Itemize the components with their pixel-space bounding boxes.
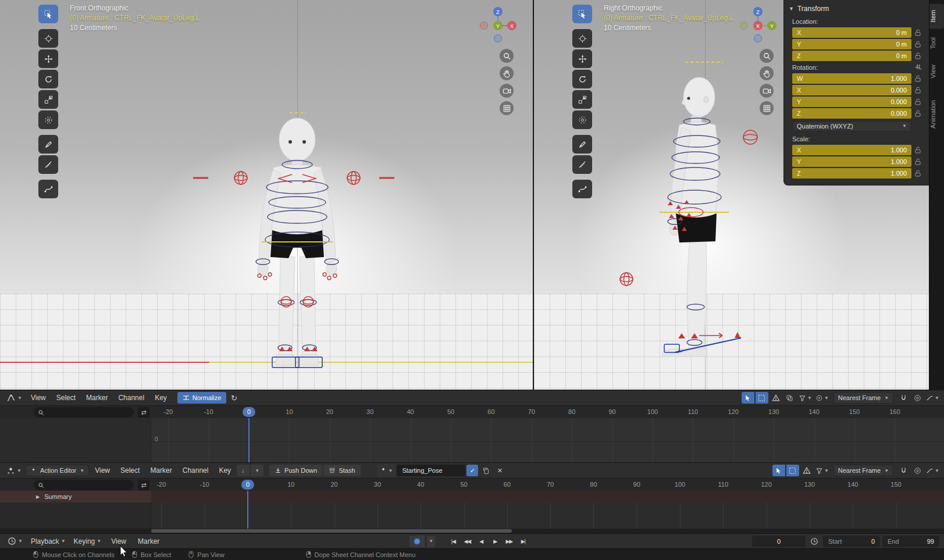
frame-range-button[interactable]: ⇄ xyxy=(138,480,149,490)
rotation-w-field[interactable]: W1.000 xyxy=(792,73,911,84)
snap-magnet-toggle[interactable] xyxy=(897,465,910,476)
filter-dropdown[interactable]: ▼ xyxy=(797,392,813,404)
lock-icon[interactable] xyxy=(911,29,924,36)
camera-icon[interactable] xyxy=(760,84,774,98)
lock-icon[interactable] xyxy=(911,158,924,165)
use-preview-range-toggle[interactable] xyxy=(808,536,821,547)
move-tool[interactable] xyxy=(572,49,592,68)
rotation-z-field[interactable]: Z0.000 xyxy=(792,108,911,119)
rotation-x-field[interactable]: X0.000 xyxy=(792,85,911,95)
menu-view[interactable]: View xyxy=(90,463,115,478)
measure-tool[interactable] xyxy=(38,155,58,174)
transform-tool[interactable] xyxy=(38,110,58,129)
jump-to-start-button[interactable]: |◀ xyxy=(447,536,459,547)
jump-to-end-button[interactable]: ▶| xyxy=(516,536,529,547)
select-box-tool[interactable] xyxy=(38,5,58,23)
curve-tool[interactable] xyxy=(38,180,58,198)
move-tool[interactable] xyxy=(38,49,58,68)
measure-tool[interactable] xyxy=(572,155,592,174)
scrollbar-thumb[interactable] xyxy=(151,529,512,533)
falloff-dropdown[interactable]: ▼ xyxy=(925,392,941,404)
channel-search[interactable] xyxy=(34,480,134,490)
pivot-dropdown[interactable]: ▼ xyxy=(814,392,830,404)
show-hidden-toggle[interactable] xyxy=(756,392,768,404)
snap-dropdown[interactable]: Nearest Frame ▼ xyxy=(833,392,893,404)
menu-key[interactable]: Key xyxy=(214,463,236,478)
dope-sheet-body[interactable]: ▶ Summary xyxy=(0,491,944,533)
menu-channel[interactable]: Channel xyxy=(113,390,149,405)
select-box-tool[interactable] xyxy=(572,5,592,23)
lock-icon[interactable] xyxy=(911,170,924,177)
grid-icon[interactable] xyxy=(500,101,514,115)
menu-select[interactable]: Select xyxy=(116,463,144,478)
transform-panel-header[interactable]: ▼ Transform xyxy=(784,2,929,16)
search-input[interactable] xyxy=(47,481,130,488)
graph-channel-list[interactable] xyxy=(0,418,151,462)
avatar-front-view[interactable] xyxy=(192,110,396,378)
menu-marker[interactable]: Marker xyxy=(81,390,112,405)
lock-icon[interactable] xyxy=(911,87,924,94)
transform-tool[interactable] xyxy=(572,110,592,129)
navigation-gizmo[interactable]: Z X Y xyxy=(479,6,516,43)
proportional-edit-toggle[interactable] xyxy=(911,465,924,476)
expand-triangle-icon[interactable]: ▶ xyxy=(36,494,40,500)
dope-canvas[interactable] xyxy=(0,502,944,529)
stash-button[interactable]: Stash xyxy=(323,465,360,476)
tab-view[interactable]: View xyxy=(929,58,944,85)
playback-menu[interactable]: Playback▼ xyxy=(28,535,69,548)
location-y-field[interactable]: Y0 m xyxy=(792,39,911,49)
zoom-icon[interactable] xyxy=(500,49,514,63)
avatar-side-view[interactable] xyxy=(604,55,772,369)
rotation-mode-dropdown[interactable]: Quaternion (WXYZ)▼ xyxy=(792,121,911,131)
rotate-tool[interactable] xyxy=(38,70,58,88)
layer-down-button[interactable]: ↓ xyxy=(237,465,250,476)
editor-type-button[interactable]: ▼ xyxy=(3,464,24,477)
auto-keying-toggle[interactable] xyxy=(409,536,425,547)
snap-magnet-toggle[interactable] xyxy=(897,392,910,404)
editor-type-button[interactable]: ▼ xyxy=(3,391,25,404)
hand-icon[interactable] xyxy=(500,66,514,80)
next-keyframe-button[interactable]: ▶▶ xyxy=(503,536,515,547)
navigation-gizmo[interactable]: Z Y X xyxy=(739,6,776,43)
current-frame-line[interactable] xyxy=(247,491,248,529)
search-input[interactable] xyxy=(47,409,130,416)
scale-z-field[interactable]: Z1.000 xyxy=(792,168,911,179)
normalize-refresh-button[interactable]: ↻ xyxy=(227,392,240,404)
start-frame-field[interactable]: Start0 xyxy=(823,536,880,547)
current-frame-badge[interactable]: 0 xyxy=(241,480,254,490)
show-errors-toggle[interactable] xyxy=(770,392,782,404)
viewport-right[interactable]: Right Orthographic (0) Armature : CTRL_F… xyxy=(534,0,929,390)
location-x-field[interactable]: X0 m xyxy=(792,27,911,38)
lock-icon[interactable] xyxy=(911,75,924,82)
only-selected-toggle[interactable] xyxy=(742,392,754,404)
menu-key[interactable]: Key xyxy=(150,390,172,405)
rotation-y-field[interactable]: Y0.000 xyxy=(792,97,911,107)
menu-channel[interactable]: Channel xyxy=(178,463,213,478)
action-browse-button[interactable]: ▼ xyxy=(377,464,396,477)
end-frame-field[interactable]: End99 xyxy=(882,536,939,547)
hand-icon[interactable] xyxy=(760,66,774,80)
tab-item[interactable]: Item xyxy=(929,3,944,28)
lock-icon[interactable] xyxy=(911,110,924,117)
rotate-tool[interactable] xyxy=(572,70,592,88)
dope-ruler[interactable]: ⇄ -20-1010203040506070809010011012013014… xyxy=(0,478,944,491)
graph-canvas[interactable]: 0 xyxy=(0,418,944,462)
push-down-button[interactable]: Push Down xyxy=(269,465,322,476)
new-action-button[interactable] xyxy=(479,465,492,476)
cursor-tool[interactable] xyxy=(572,29,592,48)
annotate-tool[interactable] xyxy=(572,135,592,154)
zoom-icon[interactable] xyxy=(760,49,774,63)
frame-range-button[interactable]: ⇄ xyxy=(138,407,149,418)
show-hidden-toggle[interactable] xyxy=(786,465,799,476)
camera-icon[interactable] xyxy=(500,84,514,98)
show-errors-toggle[interactable] xyxy=(800,465,813,476)
snap-dropdown[interactable]: Nearest Frame ▼ xyxy=(833,465,893,476)
grid-icon[interactable] xyxy=(760,101,774,115)
tab-tool[interactable]: Tool xyxy=(929,31,944,55)
unlink-action-button[interactable]: ✕ xyxy=(493,465,506,476)
viewport-front[interactable]: Front Orthographic (0) Armature : CTRL_F… xyxy=(0,0,534,390)
scale-y-field[interactable]: Y1.000 xyxy=(792,156,911,167)
lock-icon[interactable] xyxy=(911,98,924,105)
menu-view[interactable]: View xyxy=(106,534,131,549)
horizontal-scrollbar[interactable] xyxy=(0,529,944,533)
